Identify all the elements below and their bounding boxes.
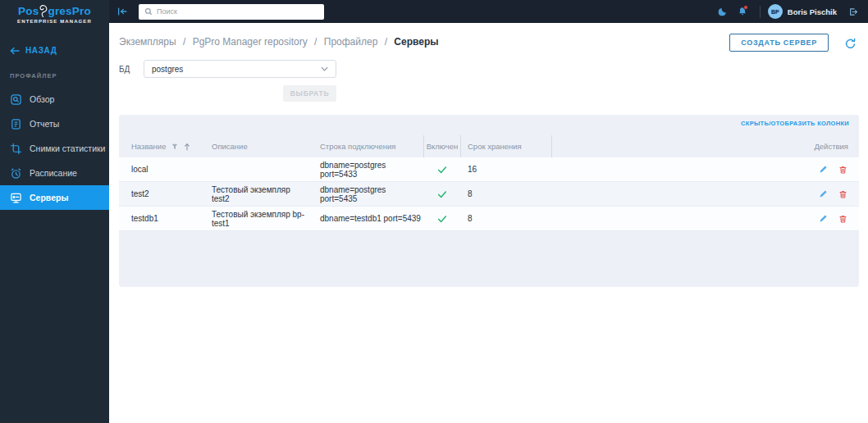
sidebar: Pos gresPro ENTERPRISE MANAGER НАЗАД ПРО… <box>0 0 109 423</box>
edit-icon[interactable] <box>817 189 829 200</box>
avatar[interactable]: BP <box>768 4 783 19</box>
cell-spacer <box>552 157 800 181</box>
search-input[interactable] <box>157 7 318 16</box>
breadcrumb-separator: / <box>385 36 387 48</box>
edit-icon[interactable] <box>817 164 829 175</box>
check-icon <box>437 189 447 199</box>
cell-retention: 8 <box>461 182 552 206</box>
delete-icon[interactable] <box>837 164 848 175</box>
cell-spacer <box>552 182 800 206</box>
user-name: Boris Pischik <box>788 7 837 16</box>
topbar: BP Boris Pischik <box>109 0 868 23</box>
cell-description: Тестовый экземпляр test2 <box>199 182 308 206</box>
global-search <box>139 4 324 20</box>
back-button[interactable]: НАЗАД <box>10 46 57 55</box>
cell-name: local <box>119 157 199 181</box>
back-label: НАЗАД <box>25 46 57 55</box>
check-icon <box>437 165 447 175</box>
sidebar-item-label: Обзор <box>30 94 54 104</box>
sort-up-icon[interactable] <box>184 143 190 151</box>
breadcrumb: Экземпляры / PgPro Manager repository / … <box>119 36 439 48</box>
sidebar-item-schedule[interactable]: Расписание <box>0 161 109 185</box>
logo-text-post: gresPro <box>48 5 90 17</box>
sidebar-item-servers[interactable]: Серверы <box>0 185 109 210</box>
dark-mode-icon[interactable] <box>713 2 733 21</box>
sidebar-section-label: ПРОФАЙЛЕР <box>10 72 109 80</box>
sidebar-item-snapshots[interactable]: Снимки статистики <box>0 136 109 161</box>
logout-icon[interactable] <box>843 2 862 21</box>
column-header-connection[interactable]: Строка подключения <box>308 135 423 157</box>
table-row[interactable]: local dbname=postgres port=5433 16 <box>119 157 859 182</box>
column-header-retention[interactable]: Срок хранения <box>461 135 552 157</box>
elephant-logo-icon <box>39 4 48 18</box>
column-header-spacer <box>552 135 800 157</box>
notifications-bell-icon[interactable] <box>733 2 752 21</box>
sidebar-nav: Обзор Отчеты Снимки статистики <box>0 87 109 210</box>
filter-icon[interactable] <box>171 143 178 150</box>
cell-retention: 16 <box>461 157 552 181</box>
search-icon <box>144 7 153 16</box>
topbar-right: BP Boris Pischik <box>713 2 868 21</box>
sidebar-item-overview[interactable]: Обзор <box>0 87 109 111</box>
breadcrumb-item[interactable]: Экземпляры <box>119 36 176 48</box>
column-header-name[interactable]: Название <box>131 142 166 151</box>
db-select[interactable]: postgres <box>144 60 336 78</box>
delete-icon[interactable] <box>837 189 848 200</box>
servers-table-card: СКРЫТЬ/ОТОБРАЗИТЬ КОЛОНКИ Название Описа… <box>119 115 859 287</box>
cell-name: test2 <box>119 182 199 206</box>
sidebar-item-label: Снимки статистики <box>30 143 105 153</box>
logo-tagline: ENTERPRISE MANAGER <box>0 19 109 24</box>
cell-description <box>199 157 308 181</box>
breadcrumb-item[interactable]: PgPro Manager repository <box>193 36 308 48</box>
sidebar-item-reports[interactable]: Отчеты <box>0 111 109 136</box>
column-header-actions: Действия <box>800 135 859 157</box>
notification-badge <box>743 5 748 10</box>
refresh-icon[interactable] <box>844 37 857 50</box>
db-label: БД <box>119 65 130 74</box>
main-content: Экземпляры / PgPro Manager repository / … <box>109 23 868 423</box>
cell-retention: 8 <box>461 207 552 230</box>
breadcrumb-current: Серверы <box>394 36 438 48</box>
schedule-icon <box>10 167 22 180</box>
cell-connection: dbname=postgres port=5435 <box>308 182 423 206</box>
cell-name: testdb1 <box>119 207 199 230</box>
breadcrumb-item[interactable]: Профайлер <box>324 36 378 48</box>
overview-icon <box>10 93 22 106</box>
sidebar-item-label: Расписание <box>30 168 77 178</box>
cell-spacer <box>552 207 800 230</box>
column-header-enabled[interactable]: Включен <box>423 135 461 157</box>
sidebar-item-label: Серверы <box>30 193 68 202</box>
sidebar-item-label: Отчеты <box>30 119 59 129</box>
table-header-row: Название Описание Строка подключения Вкл… <box>119 135 859 157</box>
logo: Pos gresPro ENTERPRISE MANAGER <box>0 0 109 24</box>
table-row[interactable]: testdb1 Тестовый экземпляр bp-test1 dbna… <box>119 207 859 231</box>
collapse-sidebar-icon[interactable] <box>112 2 132 21</box>
servers-icon <box>10 192 22 204</box>
edit-icon[interactable] <box>817 213 829 225</box>
snapshots-icon <box>10 143 22 155</box>
db-select-value: postgres <box>152 65 183 74</box>
delete-icon[interactable] <box>837 213 848 225</box>
breadcrumb-separator: / <box>183 36 185 48</box>
create-server-button[interactable]: СОЗДАТЬ СЕРВЕР <box>729 34 829 52</box>
table-row[interactable]: test2 Тестовый экземпляр test2 dbname=po… <box>119 182 859 207</box>
reports-icon <box>10 118 22 130</box>
column-header-description[interactable]: Описание <box>199 135 308 157</box>
breadcrumb-separator: / <box>314 36 317 48</box>
select-db-button[interactable]: ВЫБРАТЬ <box>283 85 336 102</box>
cell-description: Тестовый экземпляр bp-test1 <box>199 207 308 230</box>
toggle-columns-link[interactable]: СКРЫТЬ/ОТОБРАЗИТЬ КОЛОНКИ <box>741 120 849 127</box>
cell-connection: dbname=testdb1 port=5439 <box>308 207 423 230</box>
chevron-down-icon <box>321 66 328 71</box>
logo-text-pre: Pos <box>18 5 39 17</box>
topbar-divider <box>760 6 761 18</box>
cell-connection: dbname=postgres port=5433 <box>308 157 423 181</box>
check-icon <box>437 214 447 224</box>
back-arrow-icon <box>10 47 20 55</box>
